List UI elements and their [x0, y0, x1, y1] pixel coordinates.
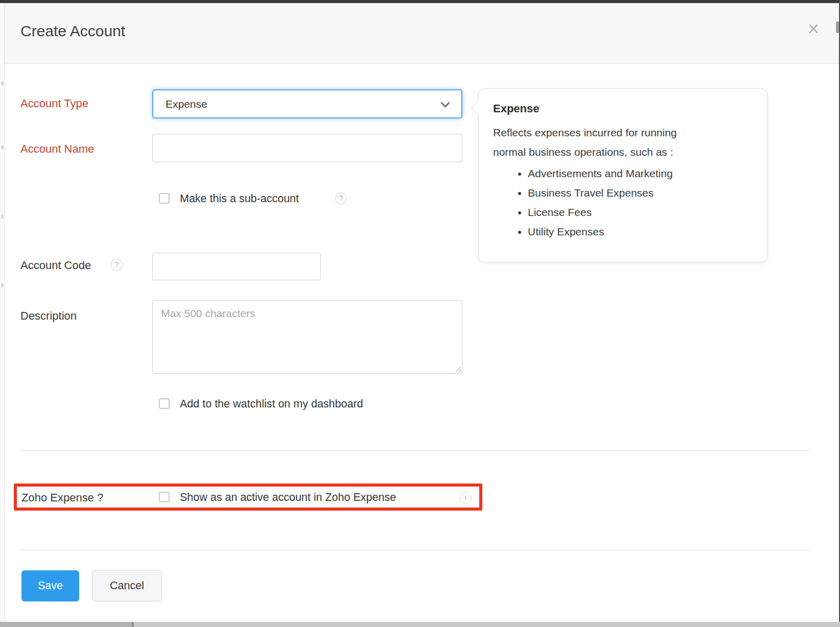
- tooltip-bullet: Business Travel Expenses: [528, 183, 753, 203]
- zoho-expense-checkbox[interactable]: [159, 492, 170, 502]
- help-icon[interactable]: ?: [335, 192, 347, 204]
- cancel-button[interactable]: Cancel: [92, 570, 162, 601]
- description-textarea[interactable]: [152, 300, 462, 374]
- background-glyph: [1, 146, 4, 150]
- background-page-sliver: [0, 3, 5, 622]
- sub-account-checkbox[interactable]: [159, 193, 170, 204]
- save-button[interactable]: Save: [21, 570, 79, 601]
- background-footer-left: [0, 622, 132, 627]
- watchlist-checkbox[interactable]: [159, 398, 170, 409]
- close-icon[interactable]: ×: [803, 17, 824, 40]
- account-type-value: Expense: [166, 98, 207, 110]
- dialog-header: [5, 3, 839, 64]
- description-field-wrap: [152, 300, 462, 374]
- tooltip-bullet: Advertisements and Marketing: [528, 164, 753, 183]
- watchlist-label[interactable]: Add to the watchlist on my dashboard: [180, 398, 363, 411]
- background-glyph: [1, 214, 4, 219]
- zoho-expense-checkbox-label[interactable]: Show as an active account in Zoho Expens…: [180, 491, 396, 504]
- dialog-title: Create Account: [20, 22, 125, 40]
- tooltip-bullet-list: Advertisements and Marketing Business Tr…: [493, 164, 753, 242]
- background-glyph: [1, 283, 4, 287]
- help-icon[interactable]: ?: [111, 259, 123, 271]
- tooltip-bullet: License Fees: [528, 203, 753, 222]
- account-type-label: Account Type: [20, 97, 88, 110]
- account-name-input[interactable]: [152, 134, 462, 162]
- description-label: Description: [20, 309, 77, 323]
- background-footer-right: [134, 622, 840, 627]
- tooltip-arrow: [471, 101, 486, 116]
- scrollbar-thumb[interactable]: [836, 21, 839, 33]
- tooltip-title: Expense: [493, 102, 753, 115]
- account-type-select[interactable]: Expense: [152, 89, 462, 118]
- background-glyph: [1, 82, 4, 86]
- zoho-expense-label: Zoho Expense ?: [21, 491, 103, 504]
- account-name-label: Account Name: [20, 142, 94, 156]
- account-type-tooltip: Expense Reflects expenses incurred for r…: [478, 88, 767, 262]
- account-code-input[interactable]: [152, 253, 321, 280]
- account-code-label: Account Code: [20, 259, 91, 272]
- sub-account-label[interactable]: Make this a sub-account: [180, 192, 299, 205]
- tooltip-body: Reflects expenses incurred for running n…: [493, 123, 753, 162]
- tooltip-bullet: Utility Expenses: [528, 222, 753, 242]
- section-divider: [20, 450, 810, 451]
- info-icon[interactable]: i: [460, 492, 472, 503]
- chevron-down-icon: [440, 98, 450, 107]
- footer-divider: [20, 549, 810, 550]
